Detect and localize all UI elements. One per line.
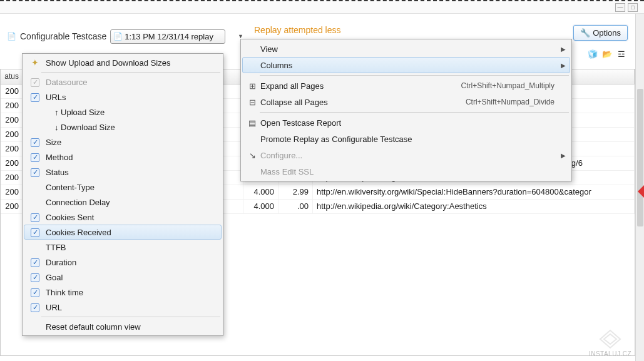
menu-item-label: Content-Type: [44, 183, 206, 192]
tab-configurable-testcase[interactable]: Configurable Testcase: [20, 31, 106, 41]
report-icon: ▤: [244, 118, 260, 128]
column-toggle-show-upload-and-download-sizes[interactable]: ✦Show Upload and Download Sizes: [24, 55, 222, 70]
wrench-icon: 🔧: [580, 28, 590, 38]
menu-item-promote-replay-as-configurable-testcase[interactable]: Promote Replay as Configurable Testcase: [242, 131, 570, 147]
checkbox-icon: ✓: [26, 137, 44, 147]
menu-item-label: Promote Replay as Configurable Testcase: [260, 135, 555, 144]
menu-item-label: Mass Edit SSL: [260, 167, 555, 176]
checkbox-icon: ✓: [26, 212, 44, 222]
cell-status: 200: [1, 84, 23, 98]
checkbox-icon: [26, 122, 44, 133]
minimize-button[interactable]: —: [615, 3, 625, 12]
replay-dropdown-label: 1:13 PM 12/31/14 replay: [125, 32, 213, 41]
menu-item-label: Collapse all Pages: [260, 98, 447, 107]
column-toggle-status[interactable]: ✓Status: [24, 165, 222, 180]
menu-item-columns[interactable]: Columns▶: [242, 57, 570, 73]
menu-item-label: Method: [44, 153, 206, 162]
options-button-label: Options: [593, 28, 621, 38]
cell-status: 200: [1, 171, 23, 185]
menu-item-label: URLs: [44, 93, 206, 102]
column-toggle-cookies-received[interactable]: ✓Cookies Received: [24, 225, 222, 240]
menu-item-label: Status: [44, 168, 206, 177]
column-toggle-goal[interactable]: ✓Goal: [24, 270, 222, 285]
checkbox-icon: [26, 322, 44, 332]
menu-item-label: Configure...: [260, 151, 555, 160]
cell-status: 200: [1, 156, 23, 170]
submenu-arrow-icon: ▶: [561, 152, 566, 159]
menu-item-label: Duration: [44, 258, 206, 267]
column-toggle--download-size[interactable]: ↓ Download Size: [24, 119, 222, 135]
cell-status: 200: [1, 185, 23, 199]
checkbox-icon: ✓: [26, 257, 44, 267]
menu-separator: [260, 112, 569, 113]
menu-item-label: Think time: [44, 288, 206, 297]
gear-icon: ✦: [26, 58, 44, 68]
checkbox-icon: ✓: [26, 152, 44, 162]
menu-accelerator: Ctrl+Shift+Numpad_Divide: [466, 98, 555, 106]
folder-open-icon[interactable]: 📂: [601, 48, 613, 60]
menu-item-label: Open Testcase Report: [260, 118, 555, 128]
menu-item-label: Reset default column view: [44, 322, 206, 332]
menu-item-label: Show Upload and Download Sizes: [44, 58, 206, 68]
cell-d: .00: [279, 200, 313, 213]
submenu-arrow-icon: ▶: [561, 46, 566, 53]
cell-status: 200: [1, 99, 23, 113]
column-toggle-content-type[interactable]: Content-Type: [24, 180, 222, 195]
menu-item-open-testcase-report[interactable]: ▤Open Testcase Report: [242, 114, 570, 131]
column-toggle-method[interactable]: ✓Method: [24, 150, 222, 165]
column-toggle-connection-delay[interactable]: Connection Delay: [24, 195, 222, 210]
menu-item-label: Expand all Pages: [260, 81, 442, 91]
menu-item-collapse-all-pages[interactable]: ⊟Collapse all PagesCtrl+Shift+Numpad_Div…: [242, 94, 570, 110]
column-toggle-datasource: ✓Datasource: [24, 74, 222, 89]
collapse-icon: ⊟: [244, 98, 260, 107]
replay-dropdown[interactable]: 📄 1:13 PM 12/31/14 replay: [110, 29, 225, 44]
column-toggle-think-time[interactable]: ✓Think time: [24, 285, 222, 300]
context-menu-columns: ✦Show Upload and Download Sizes✓Datasour…: [22, 53, 223, 336]
column-toggle-ttfb[interactable]: TTFB: [24, 240, 222, 255]
cell-url: http://en.wikiversity.org/wiki/Special:H…: [313, 185, 635, 199]
column-toggle-duration[interactable]: ✓Duration: [24, 255, 222, 270]
menu-item-label: Cookies Sent: [44, 213, 206, 222]
column-toggle-urls[interactable]: ✓URLs: [24, 89, 222, 104]
context-menu-main: View▶Columns▶⊞Expand all PagesCtrl+Shift…: [240, 39, 572, 181]
cell-d: 2.99: [279, 185, 313, 199]
checkbox-icon: [26, 182, 44, 193]
checkbox-icon: ✓: [26, 302, 44, 312]
column-toggle--upload-size[interactable]: ↑ Upload Size: [24, 104, 222, 119]
options-button[interactable]: 🔧 Options: [573, 25, 628, 41]
checkbox-icon: [26, 107, 44, 118]
menu-item-view[interactable]: View▶: [242, 41, 570, 57]
menu-item-label: Goal: [44, 273, 206, 282]
submenu-arrow-icon: ▶: [561, 62, 566, 69]
scrollbar-thumb[interactable]: [637, 89, 643, 226]
menu-separator: [41, 317, 220, 317]
column-toggle-reset-default-column-view[interactable]: Reset default column view: [24, 319, 222, 334]
cell-c: 4.000: [243, 185, 279, 199]
list-icon[interactable]: ☲: [615, 48, 628, 60]
checkbox-icon: ✓: [26, 227, 44, 237]
menu-item-expand-all-pages[interactable]: ⊞Expand all PagesCtrl+Shift+Numpad_Multi…: [242, 78, 570, 94]
column-status[interactable]: atus: [1, 69, 23, 84]
cell-c: 4.000: [243, 200, 279, 213]
menu-accelerator: Ctrl+Shift+Numpad_Multiply: [461, 81, 555, 90]
menu-item-label: ↑ Upload Size: [44, 108, 206, 117]
menu-separator: [41, 72, 220, 73]
secondary-toolbar: 🧊 📂 ☲: [586, 48, 628, 60]
checkbox-icon: ✓: [26, 167, 44, 177]
menu-item-label: Columns: [260, 61, 555, 70]
column-toggle-size[interactable]: ✓Size: [24, 135, 222, 150]
checkbox-icon: ✓: [26, 92, 44, 102]
menu-item-label: Size: [44, 138, 206, 147]
watermark: INSTALUJ.CZ: [589, 328, 631, 357]
cell-status: 200: [1, 128, 23, 141]
menu-item-label: TTFB: [44, 243, 206, 252]
menu-item-label: Connection Delay: [44, 198, 206, 207]
column-toggle-url[interactable]: ✓URL: [24, 300, 222, 315]
checkbox-icon: ✓: [26, 77, 44, 87]
maximize-button[interactable]: □: [628, 3, 638, 12]
toolbar-icon-1[interactable]: 🧊: [586, 48, 599, 60]
menu-separator: [260, 75, 569, 76]
column-toggle-cookies-sent[interactable]: ✓Cookies Sent: [24, 210, 222, 225]
checkbox-icon: ✓: [26, 272, 44, 282]
cell-url: http://en.wikipedia.org/wiki/Category:Ae…: [313, 200, 635, 213]
